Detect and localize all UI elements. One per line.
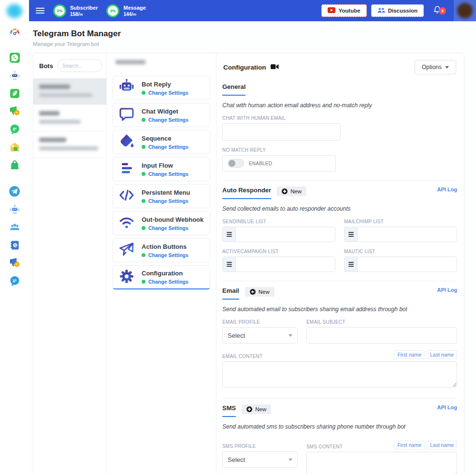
whatsapp-icon[interactable] (9, 52, 20, 63)
bot-subtitle-redacted (39, 120, 81, 124)
telegram-contacts-icon[interactable] (9, 239, 20, 251)
sms-profile-value: Select (228, 456, 245, 463)
email-section-title: Email (222, 287, 239, 300)
whatsapp-promo-icon[interactable] (9, 105, 20, 117)
first-name-token-button[interactable]: First name (394, 441, 425, 449)
menu-item-outbound-webhook[interactable]: Out-bound Webhook Change Settings (113, 211, 210, 235)
telegram-icon[interactable] (9, 186, 20, 197)
whatsapp-chat-icon[interactable] (9, 123, 20, 135)
paint-bucket-icon (118, 132, 135, 152)
telegram-chat-icon[interactable] (9, 275, 20, 287)
bots-search-input[interactable] (57, 59, 102, 72)
activecampaign-list-input[interactable] (236, 257, 335, 272)
menu-item-configuration[interactable]: Configuration Change Settings (113, 265, 210, 289)
list-icon (223, 227, 236, 242)
email-content-textarea[interactable] (222, 361, 457, 388)
general-section-title: General (222, 83, 245, 96)
new-button-label: New (259, 289, 270, 295)
subscriber-percent: 0% (57, 9, 62, 13)
integrations-icon[interactable] (9, 141, 20, 153)
sms-new-button[interactable]: New (242, 404, 271, 414)
no-match-reply-toggle[interactable] (228, 159, 244, 168)
auto-responder-description: Send collected emails to auto responder … (222, 205, 457, 212)
status-dot (142, 145, 145, 149)
notifications-button[interactable]: 3 (433, 4, 442, 17)
email-subject-label: EMAIL SUBJECT (306, 319, 457, 325)
change-settings-link[interactable]: Change Settings (148, 144, 188, 150)
change-settings-link[interactable]: Change Settings (148, 90, 188, 96)
last-name-token-button[interactable]: Last name (427, 441, 457, 449)
mautic-list-input[interactable] (358, 257, 457, 272)
dashboard-icon[interactable] (9, 27, 20, 39)
bot-list-item[interactable] (33, 78, 106, 105)
options-button[interactable]: Options (415, 60, 456, 74)
mailchimp-list-label: MAILCHIMP LIST (344, 219, 457, 224)
message-percent: 0% (111, 9, 116, 13)
auto-responder-new-button[interactable]: New (277, 187, 306, 196)
change-settings-link[interactable]: Change Settings (148, 252, 188, 258)
change-settings-link[interactable]: Change Settings (148, 279, 188, 285)
email-api-log-link[interactable]: API Log (437, 287, 457, 293)
video-camera-icon[interactable] (271, 63, 279, 72)
telegram-bot-icon[interactable] (9, 203, 20, 215)
email-description: Send automated email to subscribers shar… (222, 306, 457, 313)
telegram-promo-icon[interactable] (9, 257, 20, 269)
chat-with-human-email-label: CHAT WITH HUMAN EMAIL (222, 115, 457, 121)
bot-name-redacted (39, 85, 70, 89)
plus-icon (282, 188, 288, 194)
whatsapp-campaign-icon[interactable] (9, 87, 20, 99)
users-icon (377, 7, 385, 14)
email-profile-select[interactable]: Select (222, 327, 298, 344)
first-name-token-button[interactable]: First name (394, 350, 425, 359)
wifi-icon (118, 214, 135, 233)
menu-item-sequence[interactable]: Sequence Change Settings (113, 130, 210, 154)
telegram-subscribers-icon[interactable] (9, 221, 20, 233)
discussion-button[interactable]: Discussion (371, 4, 424, 17)
sms-api-log-link[interactable]: API Log (437, 404, 457, 410)
change-settings-link[interactable]: Change Settings (148, 117, 188, 123)
menu-item-bot-reply[interactable]: Bot Reply Change Settings (113, 76, 210, 100)
sms-profile-label: SMS PROFILE (222, 444, 298, 449)
mautic-list-label: MAUTIC LIST (344, 249, 457, 254)
whatsapp-bot-icon[interactable] (9, 70, 20, 81)
menu-item-action-buttons[interactable]: Action Buttons Change Settings (113, 238, 210, 262)
sendinblue-list-input[interactable] (236, 227, 335, 242)
change-settings-link[interactable]: Change Settings (148, 198, 188, 204)
new-button-label: New (255, 406, 266, 412)
general-description: Chat with human action email address and… (222, 102, 457, 109)
auto-responder-api-log-link[interactable]: API Log (437, 187, 457, 192)
menu-item-chat-widget[interactable]: Chat Widget Change Settings (113, 103, 210, 127)
subscriber-stat: 0% Subscriber 158/∞ (53, 4, 98, 17)
bot-list-item[interactable] (33, 131, 106, 158)
store-icon[interactable] (9, 159, 20, 171)
plus-icon (250, 289, 256, 295)
menu-item-label: Chat Widget (142, 108, 188, 115)
menu-item-label: Action Buttons (142, 243, 188, 250)
menu-item-persistent-menu[interactable]: Persistent Menu Change Settings (113, 184, 210, 208)
youtube-button[interactable]: Youtube (321, 4, 366, 17)
avatar (457, 3, 473, 18)
youtube-button-label: Youtube (338, 8, 360, 14)
user-menu[interactable] (454, 0, 476, 21)
sms-content-textarea[interactable] (306, 452, 457, 474)
menu-toggle-icon[interactable] (36, 8, 44, 14)
menu-item-label: Bot Reply (142, 81, 188, 88)
chat-with-human-email-input[interactable] (222, 123, 341, 141)
app-rail (0, 0, 29, 474)
email-subject-input[interactable] (306, 327, 457, 344)
no-match-reply-box: ENABLED (222, 155, 336, 172)
message-value: 144/∞ (123, 12, 145, 17)
bot-list-item[interactable] (33, 105, 106, 131)
change-settings-link[interactable]: Change Settings (148, 225, 188, 231)
sms-profile-select[interactable]: Select (222, 451, 298, 468)
email-new-button[interactable]: New (245, 287, 274, 297)
app-logo[interactable] (6, 4, 23, 18)
sendinblue-list-label: SENDINBLUE LIST (222, 219, 335, 224)
mailchimp-list-input[interactable] (358, 227, 457, 242)
menu-item-input-flow[interactable]: Input Flow Change Settings (113, 157, 210, 181)
last-name-token-button[interactable]: Last name (427, 350, 457, 359)
sms-description: Send automated sms to subscribers sharin… (222, 423, 457, 430)
change-settings-link[interactable]: Change Settings (148, 171, 188, 177)
menu-item-label: Out-bound Webhook (142, 216, 203, 223)
status-dot (142, 199, 145, 203)
